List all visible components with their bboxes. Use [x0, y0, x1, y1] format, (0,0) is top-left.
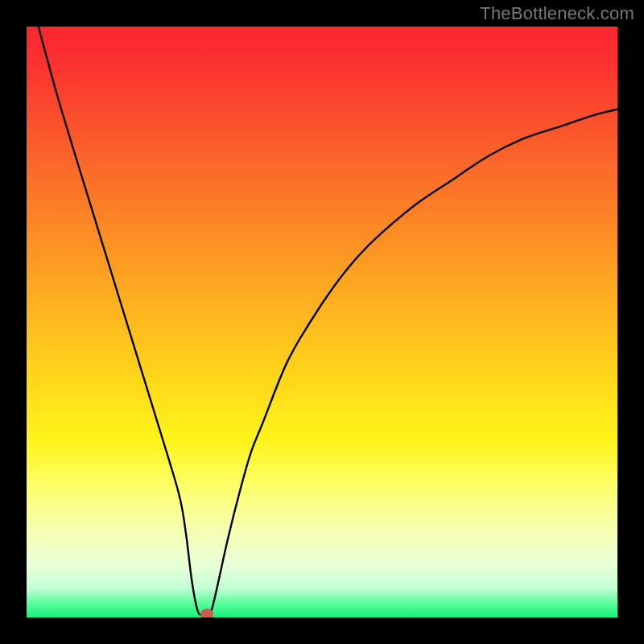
plot-area: [27, 27, 617, 617]
curve-svg: [27, 27, 617, 617]
marker-dot: [200, 609, 213, 617]
watermark-text: TheBottleneck.com: [480, 3, 634, 24]
chart-frame: TheBottleneck.com: [0, 0, 644, 644]
bottleneck-curve: [39, 27, 617, 617]
